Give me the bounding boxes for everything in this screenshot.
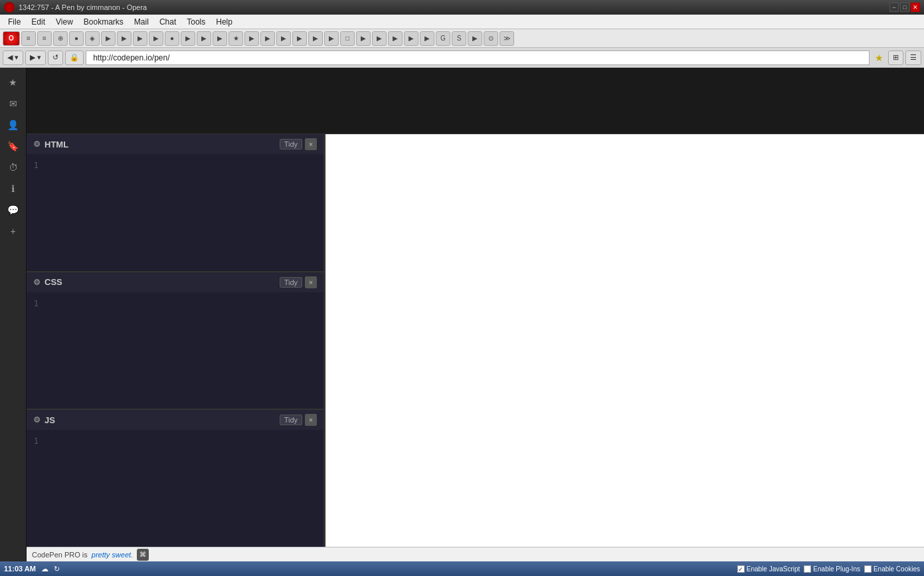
window-controls: − □ ✕ [889,3,920,12]
toolbar-btn-12[interactable]: ▶ [197,31,211,46]
toolbar-btn-2[interactable]: ≡ [37,31,52,46]
enable-plugins-label: Enable Plug-Ins [813,565,860,573]
js-gear-icon[interactable]: ⚙ [33,415,41,425]
html-code-body: 1 [27,154,323,271]
enable-js-label: Enable JavaScript [747,565,800,573]
taskbar-right: Enable JavaScript Enable Plug-Ins Enable… [737,565,920,573]
nav-bar: ◀ ▾ ▶ ▾ ↺ 🔒 http://codepen.io/pen/ ★ ⊞ ☰ [0,48,924,68]
toolbar-btn-31[interactable]: ≫ [500,31,514,46]
sidebar-bookmark-icon[interactable]: 🔖 [4,137,23,155]
toolbar-btn-28[interactable]: S [452,31,466,46]
close-button[interactable]: ✕ [911,3,920,12]
toolbar-btn-10[interactable]: ● [165,31,179,46]
css-code-body: 1 [27,292,323,409]
toolbar-btn-26[interactable]: ▶ [420,31,434,46]
enable-cookies-checkbox-item[interactable]: Enable Cookies [864,565,920,573]
js-close-button[interactable]: × [305,414,317,426]
enable-cookies-checkbox[interactable] [864,565,872,573]
js-code-body: 1 [27,430,323,547]
toolbar-btn-11[interactable]: ▶ [181,31,195,46]
menu-bar: File Edit View Bookmarks Mail Chat Tools… [0,15,924,29]
js-actions: Tidy × [280,414,317,426]
pretty-sweet-text: pretty sweet. [92,551,133,559]
toolbar-btn-13[interactable]: ▶ [213,31,227,46]
sidebar-star-icon[interactable]: ★ [4,73,23,92]
js-section: ⚙ JS Tidy × 1 [27,410,323,547]
js-code-content[interactable] [43,432,321,544]
back-button[interactable]: ◀ ▾ [3,50,23,65]
toolbar-btn-21[interactable]: □ [340,31,355,46]
toolbar-btn-5[interactable]: ◈ [85,31,100,46]
address-bar[interactable]: http://codepen.io/pen/ [86,50,870,65]
opera-menu-button[interactable]: O [3,31,20,46]
html-gear-icon[interactable]: ⚙ [33,140,41,149]
html-code-content[interactable] [43,157,321,268]
toolbar-btn-7[interactable]: ▶ [117,31,132,46]
enable-js-checkbox-item[interactable]: Enable JavaScript [737,565,800,573]
toolbar-btn-18[interactable]: ▶ [292,31,307,46]
toolbar-btn-6[interactable]: ▶ [101,31,116,46]
nav-extra-button[interactable]: ☰ [905,50,921,65]
menu-view[interactable]: View [50,16,78,28]
toolbar-btn-9[interactable]: ▶ [149,31,163,46]
js-tidy-button[interactable]: Tidy [280,415,302,425]
toolbar-btn-14[interactable]: ★ [229,31,243,46]
css-code-content[interactable] [43,295,321,407]
css-title-text: CSS [45,277,62,287]
menu-chat[interactable]: Chat [154,16,181,28]
js-title-text: JS [45,415,55,425]
menu-help[interactable]: Help [211,16,238,28]
css-close-button[interactable]: × [305,276,317,288]
toolbar-btn-8[interactable]: ▶ [133,31,147,46]
preview-header-area [27,68,924,134]
sidebar-mail-icon[interactable]: ✉ [4,94,23,113]
title-bar: 1342:757 - A Pen by cimmanon - Opera − □… [0,0,924,15]
toolbar-btn-19[interactable]: ▶ [308,31,323,46]
toolbar-btn-24[interactable]: ▶ [388,31,403,46]
html-header: ⚙ HTML Tidy × [27,134,323,154]
enable-js-checkbox[interactable] [737,565,745,573]
html-close-button[interactable]: × [305,138,317,150]
toolbar-btn-30[interactable]: ⊙ [484,31,498,46]
toolbar-btn-25[interactable]: ▶ [404,31,418,46]
toolbar-btn-17[interactable]: ▶ [276,31,291,46]
sidebar-chat-icon[interactable]: 💬 [4,201,23,219]
toolbar-btn-20[interactable]: ▶ [324,31,339,46]
toolbar-btn-15[interactable]: ▶ [244,31,259,46]
toolbar-btn-22[interactable]: ▶ [356,31,371,46]
css-gear-icon[interactable]: ⚙ [33,278,41,287]
forward-button[interactable]: ▶ ▾ [25,50,46,65]
minimize-button[interactable]: − [889,3,899,12]
html-tidy-button[interactable]: Tidy [280,139,302,149]
sidebar-add-icon[interactable]: + [4,222,23,240]
maximize-button[interactable]: □ [900,3,909,12]
enable-plugins-checkbox-item[interactable]: Enable Plug-Ins [804,565,860,573]
sidebar-history-icon[interactable]: ⏱ [4,158,23,177]
toolbar-btn-23[interactable]: ▶ [372,31,387,46]
html-title-text: HTML [45,140,68,149]
taskbar-sync-icon: ↻ [54,565,60,573]
css-tidy-button[interactable]: Tidy [280,277,302,288]
sidebar-info-icon[interactable]: ℹ [4,179,23,198]
opera-logo-icon [4,2,15,13]
address-text: http://codepen.io/pen/ [93,53,169,62]
menu-file[interactable]: File [3,16,26,28]
menu-bookmarks[interactable]: Bookmarks [78,16,129,28]
tab-panel-button[interactable]: ⊞ [888,50,903,65]
toolbar-btn-4[interactable]: ● [69,31,84,46]
menu-mail[interactable]: Mail [129,16,154,28]
toolbar-btn-1[interactable]: ≡ [21,31,36,46]
toolbar-btn-29[interactable]: ▶ [468,31,482,46]
enable-plugins-checkbox[interactable] [804,565,811,573]
menu-edit[interactable]: Edit [26,16,50,28]
toolbar-btn-27[interactable]: G [436,31,450,46]
sidebar-user-icon[interactable]: 👤 [4,116,23,134]
reload-button[interactable]: ↺ [48,50,63,65]
toolbar-btn-16[interactable]: ▶ [260,31,275,46]
js-header: ⚙ JS Tidy × [27,410,323,430]
bookmark-star-button[interactable]: ★ [872,50,886,65]
css-section: ⚙ CSS Tidy × 1 [27,272,323,411]
cmd-icon[interactable]: ⌘ [137,549,149,561]
menu-tools[interactable]: Tools [181,16,211,28]
toolbar-btn-3[interactable]: ⊕ [53,31,68,46]
